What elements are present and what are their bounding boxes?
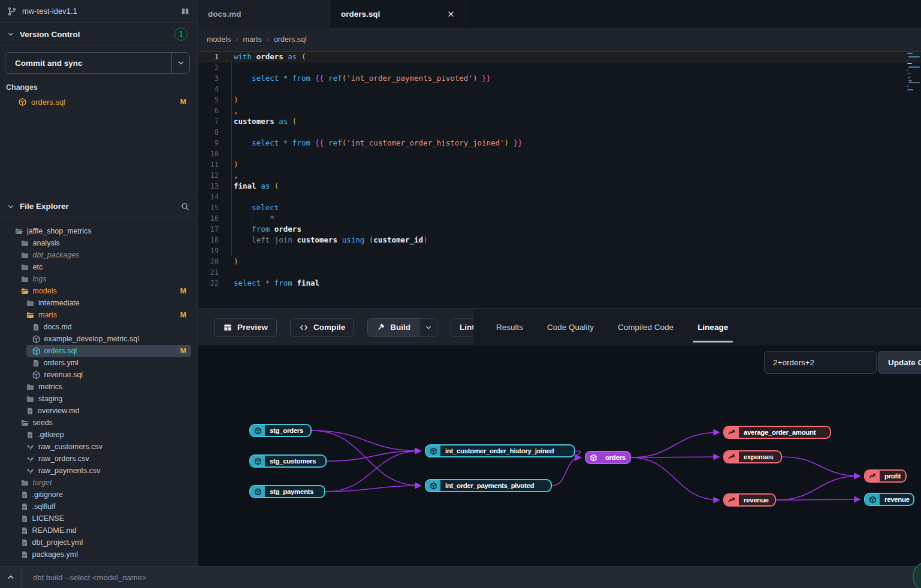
close-tab-icon[interactable]: [447, 10, 455, 18]
tree-item-label: logs: [33, 275, 47, 283]
editor-tab-orders.sql[interactable]: orders.sql: [330, 0, 466, 28]
compile-button[interactable]: Compile: [290, 318, 354, 337]
folder-icon: [20, 478, 29, 487]
collapse-panel-button[interactable]: [0, 566, 22, 588]
lineage-node-orders[interactable]: orders: [585, 451, 631, 464]
lineage-node-average_order_amount[interactable]: average_order_amount: [723, 426, 831, 439]
tree-item-intermediate[interactable]: intermediate: [0, 297, 197, 309]
lineage-node-stg_orders[interactable]: stg_orders: [249, 424, 312, 437]
code-line-3[interactable]: 3 select * from {{ ref('int_order_paymen…: [198, 73, 921, 84]
button-main-segment[interactable]: Build: [368, 319, 419, 337]
tree-item-docs.md[interactable]: docs.md: [0, 321, 197, 333]
tree-item-overview.md[interactable]: overview.md: [0, 405, 197, 417]
code-line-11[interactable]: 11): [198, 159, 921, 170]
tab-lineage[interactable]: Lineage: [686, 309, 740, 345]
code-line-4[interactable]: 4: [198, 84, 921, 95]
tree-item-raw_customers.csv[interactable]: raw_customers.csv: [0, 441, 197, 453]
lineage-node-stg_payments[interactable]: stg_payments: [249, 485, 325, 498]
line-number: 9: [198, 138, 219, 148]
tree-item-example_develop_metric.sql[interactable]: example_develop_metric.sql: [0, 333, 197, 345]
lineage-node-int_customer_order_history_joined[interactable]: int_customer_order_history_joined: [425, 444, 575, 457]
code-editor[interactable]: 1with orders as (23 select * from {{ ref…: [198, 51, 921, 308]
commit-and-sync-button[interactable]: Commit and sync: [5, 52, 190, 74]
button-options-caret[interactable]: [419, 319, 437, 337]
code-line-2[interactable]: 2: [198, 62, 921, 73]
changed-file-row[interactable]: orders.sqlM: [0, 95, 197, 108]
tree-item-metrics[interactable]: metrics: [0, 381, 197, 393]
tree-item-README.md[interactable]: README.md: [0, 525, 197, 537]
tree-item-.gitkeep[interactable]: .gitkeep: [0, 429, 197, 441]
code-line-18[interactable]: 18 left join customers using (customer_i…: [198, 235, 921, 245]
tree-item-.gitignore[interactable]: .gitignore: [0, 489, 197, 501]
tree-item-logs[interactable]: logs: [0, 273, 197, 285]
editor-tab-docs.md[interactable]: docs.md: [198, 0, 330, 28]
code-line-10[interactable]: 10: [198, 148, 921, 159]
code-line-19[interactable]: 19: [198, 245, 921, 256]
lineage-node-stg_customers[interactable]: stg_customers: [249, 454, 327, 468]
tree-item-dbt_packages[interactable]: dbt_packages: [0, 249, 197, 261]
tree-item-revenue.sql[interactable]: revenue.sql: [0, 369, 197, 381]
code-line-17[interactable]: 17 from orders: [198, 224, 921, 235]
tree-item-analysis[interactable]: analysis: [0, 237, 197, 249]
lineage-selector-input[interactable]: 2+orders+2: [764, 351, 877, 374]
breadcrumb-item[interactable]: marts: [243, 35, 261, 44]
tree-item-target[interactable]: target: [0, 477, 197, 489]
breadcrumb-item[interactable]: orders.sql: [274, 35, 307, 44]
code-line-15[interactable]: 15 select: [198, 202, 921, 213]
code-line-13[interactable]: 13final as (: [198, 181, 921, 192]
tree-item-dbt_project.yml[interactable]: dbt_project.yml: [0, 537, 197, 548]
code-line-6[interactable]: 6,: [198, 105, 921, 116]
tree-item-orders.yml[interactable]: orders.yml: [0, 357, 197, 369]
tree-item-models[interactable]: modelsM: [0, 285, 197, 297]
tab-code-quality[interactable]: Code Quality: [535, 309, 606, 345]
code-line-20[interactable]: 20): [198, 256, 921, 267]
metric-chart-icon: [865, 471, 880, 481]
lineage-node-profit[interactable]: profit: [864, 469, 907, 483]
build-button[interactable]: Build: [367, 318, 437, 337]
search-icon[interactable]: [180, 202, 190, 211]
code-line-22[interactable]: 22select * from final: [198, 278, 921, 289]
code-line-8[interactable]: 8: [198, 127, 921, 138]
tree-item-orders.sql[interactable]: orders.sqlM: [0, 345, 197, 357]
commit-options-caret[interactable]: [171, 53, 189, 73]
tree-item-seeds[interactable]: seeds: [0, 417, 197, 429]
tree-item-jaffle_shop_metrics[interactable]: jaffle_shop_metrics: [0, 225, 197, 237]
lineage-node-revenue_metric[interactable]: revenue: [723, 493, 776, 507]
file-explorer-header[interactable]: File Explorer: [0, 195, 197, 218]
code-line-14[interactable]: 14: [198, 192, 921, 202]
code-line-21[interactable]: 21: [198, 267, 921, 278]
project-name: mw-test-idev1.1: [22, 7, 175, 16]
code-line-12[interactable]: 12,: [198, 170, 921, 181]
lineage-node-revenue_model[interactable]: revenue: [864, 493, 914, 506]
node-label: revenue: [880, 494, 913, 505]
code-line-9[interactable]: 9 select * from {{ ref('int_customer_ord…: [198, 138, 921, 148]
tab-compiled-code[interactable]: Compiled Code: [606, 309, 686, 345]
tree-item-staging[interactable]: staging: [0, 393, 197, 405]
tree-item-raw_orders.csv[interactable]: raw_orders.csv: [0, 453, 197, 465]
lineage-node-expenses[interactable]: expenses: [723, 450, 782, 463]
file-icon: [20, 538, 29, 547]
indent-guide: [252, 213, 252, 224]
code-line-5[interactable]: 5): [198, 95, 921, 105]
code-line-1[interactable]: 1with orders as (: [198, 51, 921, 62]
button-main-segment[interactable]: Compile: [291, 319, 354, 337]
breadcrumb-item[interactable]: models: [207, 35, 231, 44]
tree-item-etc[interactable]: etc: [0, 261, 197, 273]
update-graph-button[interactable]: Update G: [878, 351, 921, 374]
command-input[interactable]: dbt build --select <model_name>: [33, 573, 146, 582]
version-control-header[interactable]: Version Control 1: [0, 23, 197, 46]
panels-icon[interactable]: [180, 7, 190, 16]
preview-button[interactable]: Preview: [214, 318, 277, 337]
tree-item-label: orders.yml: [44, 359, 78, 367]
tree-item-packages.yml[interactable]: packages.yml: [0, 548, 197, 560]
code-line-7[interactable]: 7customers as (: [198, 116, 921, 127]
minimap[interactable]: [907, 53, 920, 91]
button-main-segment[interactable]: Preview: [215, 319, 276, 337]
tree-item-marts[interactable]: martsM: [0, 309, 197, 321]
tab-results[interactable]: Results: [484, 309, 535, 345]
tree-item-LICENSE[interactable]: LICENSE: [0, 513, 197, 525]
code-line-16[interactable]: 16 *: [198, 213, 921, 224]
lineage-node-int_order_payments_pivoted[interactable]: int_order_payments_pivoted: [425, 479, 552, 492]
tree-item-.sqlfluff[interactable]: .sqlfluff: [0, 501, 197, 513]
tree-item-raw_payments.csv[interactable]: raw_payments.csv: [0, 465, 197, 477]
